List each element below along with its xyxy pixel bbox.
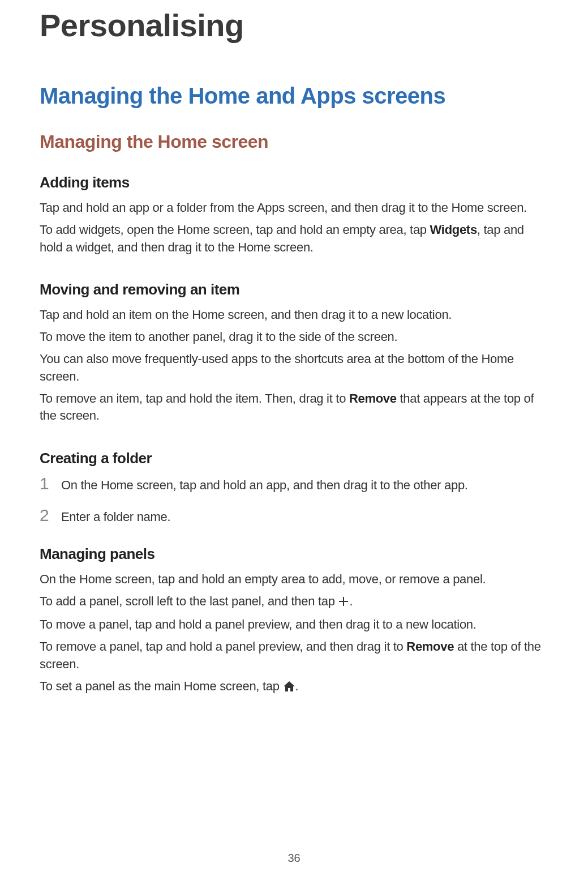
text-fragment: To add widgets, open the Home screen, ta… bbox=[40, 223, 430, 237]
paragraph: To move a panel, tap and hold a panel pr… bbox=[40, 616, 548, 634]
subheading-moving-removing: Moving and removing an item bbox=[40, 281, 548, 298]
paragraph: Tap and hold an app or a folder from the… bbox=[40, 199, 548, 217]
text-fragment: To set a panel as the main Home screen, … bbox=[40, 679, 283, 693]
subheading-creating-folder: Creating a folder bbox=[40, 450, 548, 467]
document-page: Personalising Managing the Home and Apps… bbox=[0, 0, 588, 884]
list-text: Enter a folder name. bbox=[61, 509, 170, 526]
section-heading-h2: Managing the Home and Apps screens bbox=[40, 83, 548, 109]
ordered-list: 1 On the Home screen, tap and hold an ap… bbox=[40, 475, 548, 526]
paragraph: On the Home screen, tap and hold an empt… bbox=[40, 571, 548, 588]
section-heading-h3: Managing the Home screen bbox=[40, 131, 548, 152]
paragraph: Tap and hold an item on the Home screen,… bbox=[40, 306, 548, 324]
page-number: 36 bbox=[0, 852, 588, 865]
paragraph: To remove an item, tap and hold the item… bbox=[40, 390, 548, 425]
paragraph: To add a panel, scroll left to the last … bbox=[40, 593, 548, 612]
text-fragment: . bbox=[295, 679, 299, 693]
plus-icon bbox=[338, 595, 349, 612]
subheading-managing-panels: Managing panels bbox=[40, 545, 548, 563]
paragraph: You can also move frequently-used apps t… bbox=[40, 351, 548, 386]
list-text: On the Home screen, tap and hold an app,… bbox=[61, 477, 468, 494]
text-fragment: To remove an item, tap and hold the item… bbox=[40, 391, 349, 405]
bold-text-widgets: Widgets bbox=[430, 223, 477, 237]
subheading-adding-items: Adding items bbox=[40, 174, 548, 191]
list-number: 1 bbox=[40, 475, 52, 492]
bold-text-remove: Remove bbox=[406, 639, 454, 654]
text-fragment: To add a panel, scroll left to the last … bbox=[40, 594, 338, 608]
paragraph: To move the item to another panel, drag … bbox=[40, 328, 548, 346]
paragraph: To remove a panel, tap and hold a panel … bbox=[40, 638, 548, 673]
page-title: Personalising bbox=[40, 7, 548, 44]
paragraph: To add widgets, open the Home screen, ta… bbox=[40, 221, 548, 257]
home-icon bbox=[283, 680, 295, 697]
text-fragment: To remove a panel, tap and hold a panel … bbox=[40, 639, 406, 654]
list-item: 2 Enter a folder name. bbox=[40, 507, 548, 526]
list-number: 2 bbox=[40, 507, 52, 524]
list-item: 1 On the Home screen, tap and hold an ap… bbox=[40, 475, 548, 494]
bold-text-remove: Remove bbox=[349, 391, 397, 405]
text-fragment: . bbox=[349, 594, 353, 608]
paragraph: To set a panel as the main Home screen, … bbox=[40, 678, 548, 697]
